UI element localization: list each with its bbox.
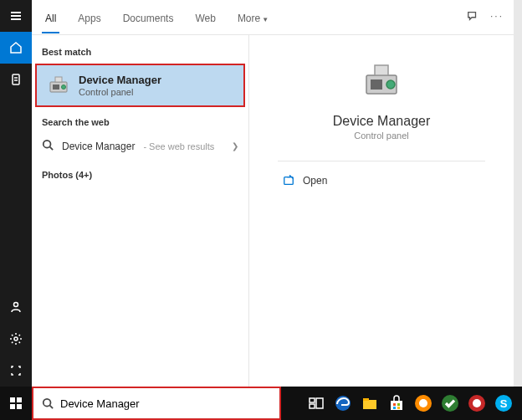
app-icon-green[interactable] xyxy=(437,387,463,420)
svg-rect-17 xyxy=(375,65,388,75)
svg-point-10 xyxy=(62,85,66,90)
svg-rect-27 xyxy=(316,398,323,408)
detail-subtitle: Control panel xyxy=(354,131,408,141)
svg-rect-25 xyxy=(310,398,315,402)
store-icon[interactable] xyxy=(383,387,410,420)
device-manager-icon xyxy=(47,74,70,97)
svg-rect-32 xyxy=(393,403,396,406)
best-match-title: Device Manager xyxy=(79,74,161,86)
svg-rect-18 xyxy=(284,177,294,185)
document-icon[interactable] xyxy=(0,64,32,95)
tab-documents[interactable]: Documents xyxy=(120,3,177,33)
person-icon[interactable] xyxy=(0,291,32,323)
tab-apps[interactable]: Apps xyxy=(74,3,104,33)
detail-column: Device Manager Control panel Open xyxy=(249,35,514,387)
feedback-icon[interactable] xyxy=(467,10,478,24)
search-icon xyxy=(42,139,54,153)
svg-rect-19 xyxy=(10,397,15,402)
start-button[interactable] xyxy=(0,387,32,420)
svg-point-23 xyxy=(44,399,51,407)
svg-rect-11 xyxy=(55,77,62,82)
search-web-label: Search the web xyxy=(32,112,248,132)
svg-point-12 xyxy=(44,141,51,148)
svg-point-6 xyxy=(14,303,18,307)
svg-rect-33 xyxy=(397,403,400,406)
results-column: Best match Device Manager Control panel … xyxy=(32,35,249,387)
chevron-right-icon: ❯ xyxy=(232,141,238,151)
svg-rect-31 xyxy=(391,401,402,410)
search-icon xyxy=(42,397,54,409)
svg-line-24 xyxy=(50,406,54,409)
svg-rect-30 xyxy=(363,398,369,401)
svg-rect-35 xyxy=(397,407,400,409)
divider xyxy=(278,161,485,161)
svg-rect-20 xyxy=(17,397,22,402)
web-result-query: Device Manager xyxy=(62,141,135,152)
svg-rect-3 xyxy=(13,74,19,85)
svg-rect-26 xyxy=(310,404,315,408)
svg-line-13 xyxy=(50,147,54,151)
svg-rect-29 xyxy=(363,400,376,409)
task-view-icon[interactable] xyxy=(303,387,330,420)
side-rail xyxy=(0,0,32,387)
svg-rect-15 xyxy=(371,79,382,90)
settings-gear-icon[interactable] xyxy=(0,323,32,355)
chevron-down-icon: ▼ xyxy=(262,16,269,23)
svg-rect-9 xyxy=(53,85,59,90)
svg-point-37 xyxy=(473,399,481,407)
best-match-label: Best match xyxy=(32,42,248,62)
photos-label[interactable]: Photos (4+) xyxy=(32,165,248,185)
taskbar: S xyxy=(0,387,522,420)
search-tabs: All Apps Documents Web More▼ ··· xyxy=(32,0,514,35)
edge-browser-icon[interactable] xyxy=(330,387,356,420)
tab-web[interactable]: Web xyxy=(192,3,218,33)
more-options-icon[interactable]: ··· xyxy=(490,10,504,24)
taskbar-icons: S xyxy=(303,387,522,420)
taskbar-search-box[interactable] xyxy=(33,388,279,418)
best-match-item[interactable]: Device Manager Control panel xyxy=(37,65,243,105)
open-action[interactable]: Open xyxy=(266,170,497,192)
app-icon-orange[interactable] xyxy=(410,387,437,420)
app-icon-red[interactable] xyxy=(463,387,490,420)
svg-rect-22 xyxy=(17,404,22,409)
open-label: Open xyxy=(303,175,327,187)
search-panel: All Apps Documents Web More▼ ··· Best ma… xyxy=(32,0,514,387)
tab-more[interactable]: More▼ xyxy=(234,3,272,33)
best-match-subtitle: Control panel xyxy=(79,87,161,97)
home-icon[interactable] xyxy=(0,32,32,64)
detail-title: Device Manager xyxy=(333,114,431,129)
svg-rect-21 xyxy=(10,404,15,409)
search-input[interactable] xyxy=(60,397,271,410)
expand-icon[interactable] xyxy=(0,355,32,387)
annotation-highlight-search xyxy=(32,387,281,420)
svg-point-16 xyxy=(386,80,395,89)
file-explorer-icon[interactable] xyxy=(356,387,383,420)
svg-rect-34 xyxy=(393,407,396,409)
web-result-hint: - See web results xyxy=(143,141,214,151)
device-manager-large-icon xyxy=(361,60,402,100)
annotation-highlight-best-match: Device Manager Control panel xyxy=(35,64,245,107)
web-result-item[interactable]: Device Manager - See web results ❯ xyxy=(32,132,248,160)
skype-icon[interactable]: S xyxy=(490,387,517,420)
hamburger-icon[interactable] xyxy=(0,0,32,32)
svg-point-36 xyxy=(419,399,427,407)
tab-all[interactable]: All xyxy=(42,3,59,33)
svg-point-7 xyxy=(14,337,18,341)
